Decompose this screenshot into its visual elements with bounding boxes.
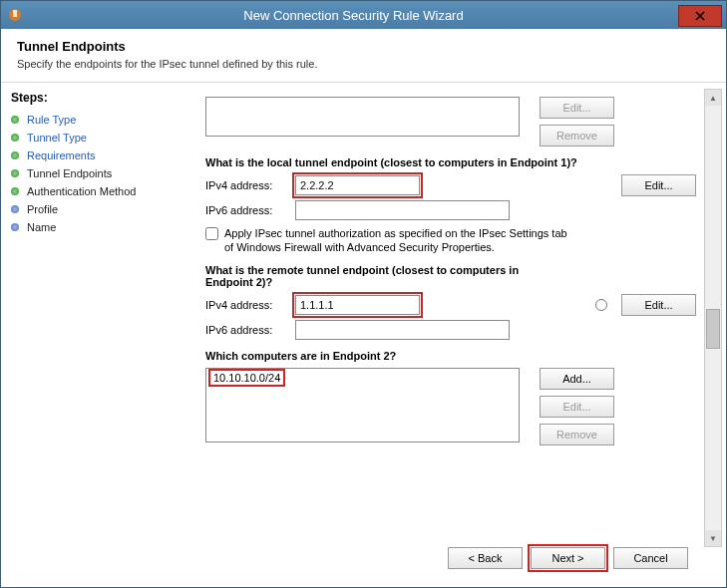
endpoint1-edit-button[interactable]: Edit...: [540, 97, 614, 119]
step-profile[interactable]: Profile: [11, 200, 176, 218]
bullet-icon: [11, 223, 19, 231]
ipsec-auth-checkbox[interactable]: [205, 227, 218, 240]
local-ipv4-label: IPv4 address:: [205, 179, 295, 191]
bullet-icon: [11, 187, 19, 195]
local-ipv4-input[interactable]: [295, 175, 420, 195]
cancel-button[interactable]: Cancel: [613, 547, 688, 569]
page-header: Tunnel Endpoints Specify the endpoints f…: [1, 29, 726, 83]
local-ipv6-label: IPv6 address:: [205, 204, 295, 216]
bullet-icon: [11, 151, 19, 159]
page-subtitle: Specify the endpoints for the IPsec tunn…: [17, 58, 710, 70]
steps-sidebar: Steps: Rule Type Tunnel Type Requirement…: [1, 83, 185, 556]
titlebar: New Connection Security Rule Wizard: [1, 1, 726, 29]
back-button[interactable]: < Back: [448, 547, 523, 569]
remote-ipv6-label: IPv6 address:: [205, 324, 295, 336]
endpoint2-add-button[interactable]: Add...: [540, 368, 614, 390]
local-edit-button[interactable]: Edit...: [621, 174, 696, 196]
local-heading: What is the local tunnel endpoint (close…: [205, 156, 696, 168]
endpoint2-edit-button[interactable]: Edit...: [540, 396, 614, 418]
endpoint2-remove-button[interactable]: Remove: [540, 424, 614, 445]
remote-radio[interactable]: [595, 299, 607, 311]
close-button[interactable]: [678, 5, 722, 27]
remote-ipv4-input[interactable]: [295, 295, 420, 315]
steps-heading: Steps:: [11, 91, 176, 105]
endpoint2-heading: Which computers are in Endpoint 2?: [205, 350, 696, 362]
endpoint1-remove-button[interactable]: Remove: [540, 125, 614, 147]
local-ipv6-input[interactable]: [295, 200, 510, 220]
bullet-icon: [11, 116, 19, 124]
step-tunnel-endpoints[interactable]: Tunnel Endpoints: [11, 164, 176, 182]
page-title: Tunnel Endpoints: [17, 39, 710, 54]
scroll-thumb[interactable]: [706, 309, 720, 349]
bullet-icon: [11, 134, 19, 142]
remote-ipv4-label: IPv4 address:: [205, 299, 295, 311]
bullet-icon: [11, 169, 19, 177]
window-title: New Connection Security Rule Wizard: [29, 8, 678, 23]
endpoint2-item[interactable]: 10.10.10.0/24: [211, 372, 282, 384]
remote-heading: What is the remote tunnel endpoint (clos…: [205, 264, 564, 288]
remote-edit-button[interactable]: Edit...: [621, 294, 696, 316]
wizard-footer: < Back Next > Cancel: [448, 537, 716, 569]
step-requirements[interactable]: Requirements: [11, 147, 176, 164]
step-auth-method[interactable]: Authentication Method: [11, 182, 176, 200]
step-tunnel-type[interactable]: Tunnel Type: [11, 129, 176, 147]
next-button[interactable]: Next >: [531, 547, 605, 569]
main-panel: Edit... Remove What is the local tunnel …: [185, 83, 726, 556]
remote-ipv6-input[interactable]: [295, 320, 510, 340]
bullet-icon: [11, 205, 19, 213]
endpoint2-listbox[interactable]: 10.10.10.0/24: [205, 368, 520, 442]
endpoint1-listbox[interactable]: [205, 97, 520, 137]
step-name[interactable]: Name: [11, 218, 176, 236]
step-rule-type[interactable]: Rule Type: [11, 111, 176, 129]
ipsec-auth-label: Apply IPsec tunnel authorization as spec…: [224, 226, 573, 254]
scroll-up-icon[interactable]: ▲: [705, 90, 721, 106]
app-icon: [7, 7, 23, 23]
wizard-window: New Connection Security Rule Wizard Tunn…: [0, 0, 727, 588]
svg-rect-1: [13, 10, 17, 17]
vertical-scrollbar[interactable]: ▲ ▼: [704, 89, 722, 547]
